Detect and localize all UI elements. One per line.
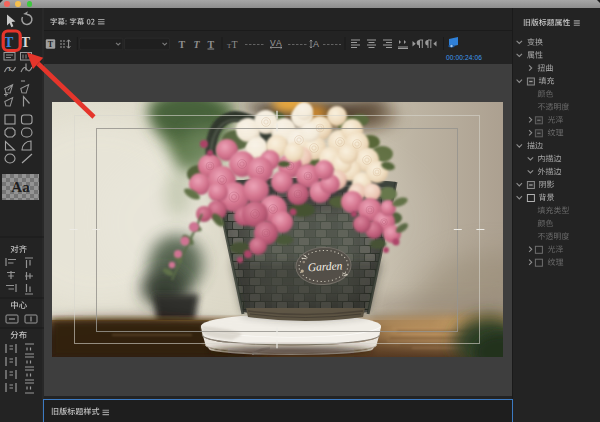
svg-text:T: T xyxy=(232,39,238,50)
svg-text:A: A xyxy=(313,39,319,49)
